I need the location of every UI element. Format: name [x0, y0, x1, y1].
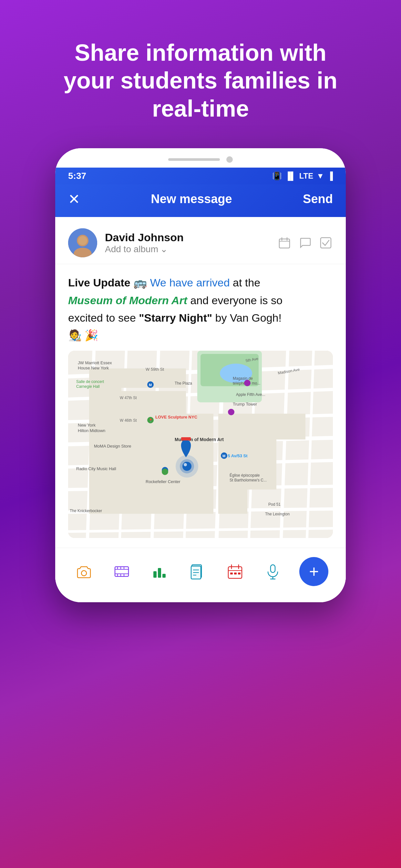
headline-line3: real-time — [152, 96, 249, 121]
svg-text:Salle de concert: Salle de concert — [76, 379, 104, 384]
user-name: David Johnson — [105, 231, 184, 244]
svg-rect-126 — [234, 572, 237, 575]
svg-rect-49 — [121, 465, 154, 490]
svg-text:Pod 51: Pod 51 — [268, 502, 281, 507]
check-icon[interactable] — [319, 236, 333, 250]
vibrate-icon: 📳 — [272, 172, 282, 181]
svg-rect-104 — [115, 567, 128, 577]
headline: Share information with your students fam… — [38, 39, 363, 122]
svg-text:Radio City Music Hall: Radio City Music Hall — [76, 466, 116, 471]
camera-button[interactable] — [73, 560, 95, 583]
svg-text:The Lexington: The Lexington — [265, 512, 289, 516]
svg-text:JW Marriott Essex: JW Marriott Essex — [78, 361, 112, 365]
status-icons: 📳 ▐▌ LTE ▼ ▐ — [272, 172, 333, 181]
svg-point-102 — [244, 380, 251, 386]
send-button[interactable]: Send — [303, 192, 333, 206]
svg-rect-128 — [271, 565, 275, 572]
svg-point-96 — [182, 462, 191, 471]
signal-icon: ▐▌ — [285, 172, 296, 181]
headline-line2: your students families in — [64, 67, 337, 93]
phone-notch — [55, 148, 346, 167]
chart-button[interactable] — [148, 560, 171, 583]
svg-rect-56 — [154, 490, 186, 514]
svg-text:Hilton Midtown: Hilton Midtown — [78, 428, 105, 433]
svg-text:The Plaza: The Plaza — [175, 381, 192, 385]
chat-icon[interactable] — [298, 236, 312, 250]
document-button[interactable] — [186, 560, 209, 583]
svg-text:New York: New York — [78, 423, 96, 428]
svg-point-103 — [81, 570, 87, 576]
fab-plus-icon: + — [309, 563, 319, 580]
svg-rect-42 — [89, 439, 121, 465]
user-action-icons — [277, 236, 333, 250]
wifi-icon: ▼ — [316, 172, 324, 181]
calendar-bottom-button[interactable] — [224, 560, 246, 583]
svg-text:House New York: House New York — [78, 366, 109, 370]
battery-icon: ▐ — [328, 172, 333, 181]
bus-emoji: 🚌 — [133, 276, 150, 289]
svg-text:Apple Fifth Ave...: Apple Fifth Ave... — [236, 392, 266, 397]
svg-rect-93 — [181, 437, 191, 440]
svg-rect-127 — [238, 572, 241, 575]
avatar — [68, 228, 97, 257]
svg-rect-114 — [158, 568, 161, 578]
content-area: David Johnson Add to album ⌄ — [55, 217, 346, 602]
starry-night-quote: "Starry Night" — [139, 312, 212, 324]
headline-line1: Share information with — [74, 40, 327, 66]
svg-rect-33 — [121, 391, 154, 414]
we-have-arrived-link: We have arrived — [150, 276, 230, 289]
svg-text:Rockefeller Center: Rockefeller Center — [146, 479, 181, 484]
notch-dot — [226, 156, 233, 163]
svg-text:W 59th St: W 59th St — [146, 367, 164, 372]
message-body: Live Update 🚌 We have arrived at the Mus… — [55, 264, 346, 351]
svg-rect-55 — [121, 490, 154, 514]
svg-text:W 47th St: W 47th St — [120, 396, 137, 400]
svg-rect-40 — [247, 414, 276, 439]
svg-point-97 — [184, 463, 187, 466]
svg-rect-125 — [230, 572, 233, 575]
svg-text:Église épiscopale: Église épiscopale — [229, 473, 260, 477]
nav-bar: ✕ New message Send — [55, 184, 346, 217]
svg-text:Magasin de: Magasin de — [233, 376, 253, 381]
user-info: David Johnson Add to album ⌄ — [105, 231, 184, 254]
svg-text:W 46th St: W 46th St — [120, 418, 137, 423]
add-fab-button[interactable]: + — [299, 557, 328, 586]
status-bar: 5:37 📳 ▐▌ LTE ▼ ▐ — [55, 167, 346, 184]
user-row: David Johnson Add to album ⌄ — [55, 217, 346, 264]
calendar-icon[interactable] — [277, 236, 291, 250]
svg-text:LOVE Sculpture NYC: LOVE Sculpture NYC — [155, 414, 197, 420]
svg-text:Trump Tower: Trump Tower — [233, 402, 257, 407]
svg-rect-46 — [218, 439, 247, 465]
svg-rect-58 — [218, 490, 247, 514]
svg-text:M: M — [222, 454, 225, 458]
svg-rect-32 — [89, 391, 121, 414]
emojis: 🧑‍🎨 🎉 — [68, 329, 98, 341]
svg-text:The Knickerbocker: The Knickerbocker — [70, 508, 102, 513]
user-left: David Johnson Add to album ⌄ — [68, 228, 184, 257]
svg-point-100 — [162, 469, 168, 475]
svg-point-101 — [228, 409, 235, 415]
svg-rect-39 — [218, 414, 247, 439]
time-display: 5:37 — [68, 171, 86, 181]
live-update-bold: Live Update — [68, 276, 133, 289]
svg-rect-113 — [153, 571, 157, 578]
svg-rect-41 — [276, 414, 305, 439]
close-button[interactable]: ✕ — [68, 191, 80, 207]
lte-label: LTE — [299, 172, 313, 181]
phone-frame: 5:37 📳 ▐▌ LTE ▼ ▐ ✕ New message Send — [55, 148, 346, 602]
add-album-label[interactable]: Add to album ⌄ — [105, 244, 184, 254]
bottom-toolbar: + — [55, 548, 346, 602]
svg-text:St Bartholomew's C...: St Bartholomew's C... — [229, 478, 267, 483]
svg-text:MoMA Design Store: MoMA Design Store — [94, 444, 131, 448]
svg-rect-43 — [121, 439, 154, 465]
film-button[interactable] — [111, 560, 133, 583]
svg-text:📍: 📍 — [149, 418, 153, 423]
map-container[interactable]: W 59th St 5th Ave Madison Ave W 47th St … — [68, 351, 333, 538]
notch-bar — [168, 158, 220, 161]
svg-rect-47 — [247, 439, 276, 465]
svg-point-3 — [78, 236, 87, 245]
svg-text:Carnegie Hall: Carnegie Hall — [76, 384, 100, 389]
mic-button[interactable] — [261, 560, 284, 583]
svg-rect-4 — [279, 239, 289, 248]
svg-text:M: M — [149, 383, 152, 387]
